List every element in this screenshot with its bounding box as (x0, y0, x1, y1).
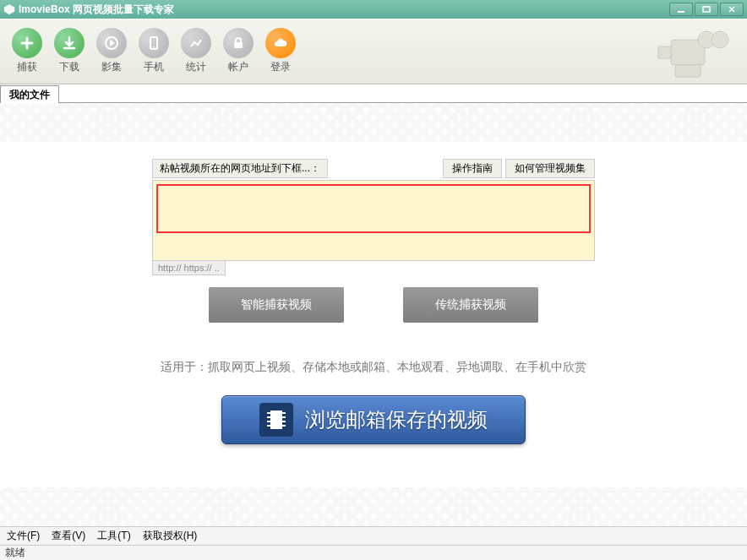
svg-marker-0 (4, 4, 14, 14)
cloud-icon (265, 28, 296, 58)
app-icon (3, 3, 15, 15)
content-area: 粘帖视频所在的网页地址到下框...： 操作指南 如何管理视频集 http:// … (0, 103, 747, 526)
svg-rect-19 (267, 416, 270, 418)
toolbar-stats[interactable]: 统计 (177, 24, 215, 78)
chart-icon (181, 28, 211, 58)
toolbar-account[interactable]: 帐户 (220, 24, 257, 78)
toolbar-label: 影集 (101, 60, 122, 74)
svg-rect-2 (703, 7, 710, 12)
menu-file[interactable]: 文件(F) (7, 529, 40, 543)
url-extra-space (156, 237, 591, 257)
svg-rect-9 (234, 42, 243, 48)
phone-icon (139, 28, 169, 58)
toolbar-mobile[interactable]: 手机 (135, 24, 172, 78)
svg-rect-21 (267, 425, 270, 427)
toolbar-capture[interactable]: 捕获 (8, 24, 46, 78)
lock-icon (223, 28, 254, 58)
main-toolbar: 捕获 下载 影集 手机 统计 帐户 登录 (0, 19, 747, 84)
svg-rect-25 (282, 425, 286, 427)
svg-rect-20 (267, 421, 270, 422)
close-button[interactable] (720, 3, 744, 16)
operation-guide-link[interactable]: 操作指南 (443, 159, 502, 178)
svg-point-8 (153, 46, 155, 48)
svg-rect-23 (282, 416, 286, 418)
film-icon (259, 403, 293, 437)
tabs-row: 我的文件 (0, 84, 747, 103)
toolbar-label: 捕获 (17, 60, 37, 74)
url-paste-label: 粘帖视频所在的网页地址到下框...： (152, 159, 328, 178)
titlebar: ImovieBox 网页视频批量下载专家 (0, 0, 747, 19)
minimize-button[interactable] (669, 3, 693, 16)
download-icon (54, 28, 85, 58)
status-text: 就绪 (5, 546, 25, 558)
applies-description: 适用于：抓取网页上视频、存储本地或邮箱、本地观看、异地调取、在手机中欣赏 (152, 360, 595, 375)
menu-tools[interactable]: 工具(T) (97, 529, 130, 543)
toolbar-download[interactable]: 下载 (51, 24, 88, 78)
menubar: 文件(F) 查看(V) 工具(T) 获取授权(H) (0, 526, 747, 545)
camera-decoration-icon (629, 23, 730, 80)
svg-rect-18 (267, 412, 270, 414)
url-input[interactable] (156, 184, 591, 233)
maximize-button[interactable] (695, 3, 718, 16)
toolbar-label: 登录 (270, 60, 291, 74)
play-icon (96, 28, 127, 58)
svg-rect-13 (658, 46, 671, 58)
manage-videoset-link[interactable]: 如何管理视频集 (505, 159, 595, 178)
statusbar: 就绪 (0, 545, 747, 560)
decoration-bottom (0, 487, 747, 526)
smart-capture-button[interactable]: 智能捕获视频 (209, 287, 344, 323)
plus-icon (12, 28, 42, 58)
toolbar-label: 统计 (186, 60, 206, 74)
url-protocol-hint: http:// https:// .. (152, 261, 226, 275)
browse-button-label: 浏览邮箱保存的视频 (305, 406, 488, 433)
svg-marker-6 (110, 40, 115, 46)
window-title: ImovieBox 网页视频批量下载专家 (19, 3, 669, 17)
traditional-capture-button[interactable]: 传统捕获视频 (403, 287, 538, 323)
toolbar-label: 下载 (59, 60, 79, 74)
menu-view[interactable]: 查看(V) (52, 529, 85, 543)
toolbar-label: 手机 (144, 60, 164, 74)
tab-myfiles[interactable]: 我的文件 (0, 85, 59, 103)
menu-auth[interactable]: 获取授权(H) (143, 529, 198, 543)
svg-rect-22 (282, 412, 286, 414)
toolbar-label: 帐户 (228, 60, 248, 74)
svg-point-12 (712, 31, 728, 48)
decoration-top (0, 103, 747, 142)
toolbar-movieset[interactable]: 影集 (93, 24, 130, 78)
toolbar-login[interactable]: 登录 (262, 24, 299, 78)
svg-rect-24 (282, 421, 286, 422)
browse-mail-videos-button[interactable]: 浏览邮箱保存的视频 (221, 395, 526, 444)
svg-rect-14 (675, 65, 701, 77)
